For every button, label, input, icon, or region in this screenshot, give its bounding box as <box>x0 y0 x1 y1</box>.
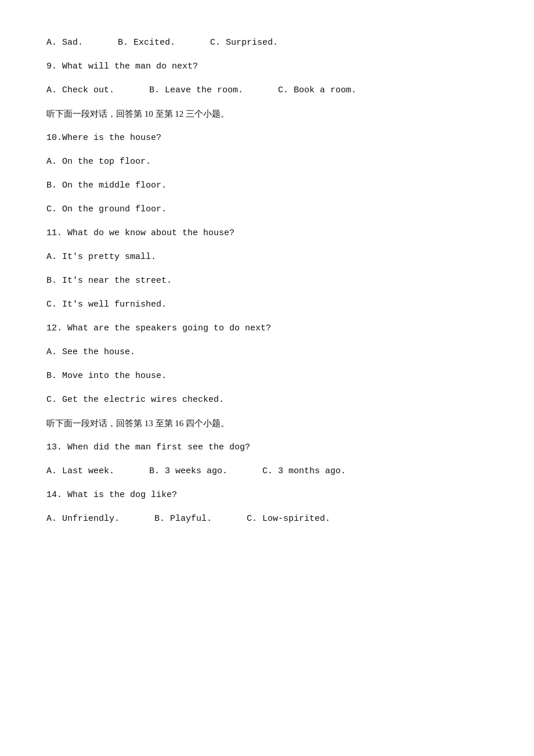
section-header-13-16: 听下面一段对话，回答第 13 至第 16 四个小题。 <box>46 416 488 431</box>
option-11a: A. It's pretty small. <box>46 249 488 265</box>
options-row-q13: A. Last week. B. 3 weeks ago. C. 3 month… <box>46 463 488 479</box>
option-12a: A. See the house. <box>46 344 488 360</box>
question-9: 9. What will the man do next? <box>46 59 488 74</box>
option-3months: C. 3 months ago. <box>262 463 346 479</box>
option-12c: C. Get the electric wires checked. <box>46 392 488 408</box>
option-10a: A. On the top floor. <box>46 154 488 170</box>
option-unfriendly: A. Unfriendly. <box>46 511 120 527</box>
question-13: 13. When did the man first see the dog? <box>46 440 488 455</box>
option-low-spirited: C. Low-spirited. <box>247 511 330 527</box>
option-leave-room: B. Leave the room. <box>149 82 243 98</box>
question-10: 10.Where is the house? <box>46 130 488 146</box>
question-14: 14. What is the dog like? <box>46 487 488 503</box>
option-excited: B. Excited. <box>118 35 175 51</box>
section-header-10-12: 听下面一段对话，回答第 10 至第 12 三个小题。 <box>46 106 488 122</box>
option-12b: B. Move into the house. <box>46 368 488 384</box>
options-row-q9: A. Check out. B. Leave the room. C. Book… <box>46 82 488 98</box>
options-row-sad-excited: A. Sad. B. Excited. C. Surprised. <box>46 35 488 51</box>
option-11b: B. It's near the street. <box>46 273 488 289</box>
option-10b: B. On the middle floor. <box>46 178 488 193</box>
option-checkout: A. Check out. <box>46 82 114 98</box>
option-book-room: C. Book a room. <box>278 82 356 98</box>
options-row-q14: A. Unfriendly. B. Playful. C. Low-spirit… <box>46 511 488 527</box>
question-12: 12. What are the speakers going to do ne… <box>46 321 488 336</box>
option-10c: C. On the ground floor. <box>46 201 488 217</box>
option-playful: B. Playful. <box>154 511 212 527</box>
option-sad: A. Sad. <box>46 35 83 51</box>
option-surprised: C. Surprised. <box>210 35 278 51</box>
option-11c: C. It's well furnished. <box>46 297 488 312</box>
option-3weeks: B. 3 weeks ago. <box>149 463 228 479</box>
question-11: 11. What do we know about the house? <box>46 225 488 241</box>
option-last-week: A. Last week. <box>46 463 114 479</box>
